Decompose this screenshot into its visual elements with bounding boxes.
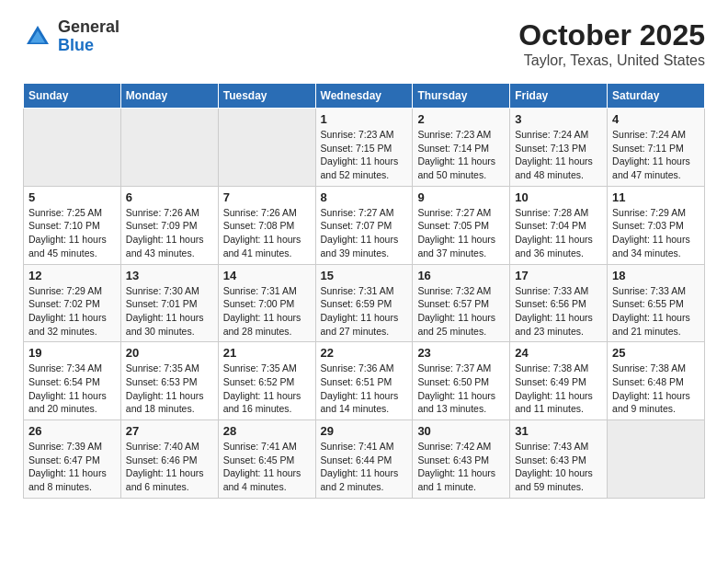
day-info: Sunrise: 7:37 AM Sunset: 6:50 PM Dayligh…	[417, 362, 505, 416]
day-cell: 14Sunrise: 7:31 AM Sunset: 7:00 PM Dayli…	[218, 264, 315, 342]
calendar-header: SundayMondayTuesdayWednesdayThursdayFrid…	[24, 84, 705, 109]
day-info: Sunrise: 7:33 AM Sunset: 6:55 PM Dayligh…	[612, 284, 700, 339]
day-number: 31	[515, 424, 602, 438]
calendar-body: 1Sunrise: 7:23 AM Sunset: 7:15 PM Daylig…	[24, 109, 705, 499]
day-info: Sunrise: 7:36 AM Sunset: 6:51 PM Dayligh…	[321, 362, 408, 416]
day-cell	[608, 420, 705, 499]
day-info: Sunrise: 7:28 AM Sunset: 7:04 PM Dayligh…	[515, 206, 602, 260]
day-info: Sunrise: 7:43 AM Sunset: 6:43 PM Dayligh…	[515, 440, 602, 494]
day-number: 29	[321, 424, 408, 438]
day-cell: 12Sunrise: 7:29 AM Sunset: 7:02 PM Dayli…	[24, 264, 121, 342]
day-number: 6	[126, 190, 213, 204]
day-number: 4	[612, 112, 700, 126]
logo-icon	[23, 22, 52, 52]
day-number: 21	[223, 346, 311, 360]
day-number: 15	[321, 269, 408, 282]
day-info: Sunrise: 7:30 AM Sunset: 7:01 PM Dayligh…	[126, 284, 213, 339]
day-info: Sunrise: 7:41 AM Sunset: 6:45 PM Dayligh…	[223, 440, 311, 494]
day-cell: 30Sunrise: 7:42 AM Sunset: 6:43 PM Dayli…	[413, 420, 510, 499]
day-info: Sunrise: 7:27 AM Sunset: 7:05 PM Dayligh…	[417, 206, 505, 260]
logo-blue-text: Blue	[58, 37, 119, 55]
day-cell: 11Sunrise: 7:29 AM Sunset: 7:03 PM Dayli…	[608, 186, 705, 264]
week-row-5: 26Sunrise: 7:39 AM Sunset: 6:47 PM Dayli…	[24, 420, 705, 499]
day-info: Sunrise: 7:29 AM Sunset: 7:03 PM Dayligh…	[612, 206, 700, 260]
logo-text: General Blue	[58, 18, 119, 55]
day-cell: 8Sunrise: 7:27 AM Sunset: 7:07 PM Daylig…	[315, 186, 413, 264]
day-cell: 6Sunrise: 7:26 AM Sunset: 7:09 PM Daylig…	[120, 186, 218, 264]
day-cell: 16Sunrise: 7:32 AM Sunset: 6:57 PM Dayli…	[413, 264, 510, 342]
day-cell: 21Sunrise: 7:35 AM Sunset: 6:52 PM Dayli…	[218, 342, 315, 420]
day-info: Sunrise: 7:31 AM Sunset: 7:00 PM Dayligh…	[223, 284, 311, 339]
day-cell: 18Sunrise: 7:33 AM Sunset: 6:55 PM Dayli…	[608, 264, 705, 342]
day-number: 7	[223, 190, 311, 204]
day-cell	[24, 109, 121, 187]
day-cell: 5Sunrise: 7:25 AM Sunset: 7:10 PM Daylig…	[24, 186, 121, 264]
day-cell: 4Sunrise: 7:24 AM Sunset: 7:11 PM Daylig…	[608, 109, 705, 187]
day-cell: 22Sunrise: 7:36 AM Sunset: 6:51 PM Dayli…	[315, 342, 413, 420]
logo: General Blue	[23, 18, 119, 55]
day-number: 12	[28, 269, 116, 282]
day-info: Sunrise: 7:35 AM Sunset: 6:53 PM Dayligh…	[126, 362, 213, 416]
day-number: 26	[28, 424, 116, 438]
calendar-subtitle: Taylor, Texas, United States	[518, 52, 705, 69]
day-cell: 27Sunrise: 7:40 AM Sunset: 6:46 PM Dayli…	[120, 420, 218, 499]
header-row: SundayMondayTuesdayWednesdayThursdayFrid…	[24, 84, 705, 109]
day-info: Sunrise: 7:26 AM Sunset: 7:09 PM Dayligh…	[126, 206, 213, 260]
day-cell: 17Sunrise: 7:33 AM Sunset: 6:56 PM Dayli…	[510, 264, 608, 342]
day-number: 25	[612, 346, 700, 360]
day-cell: 25Sunrise: 7:38 AM Sunset: 6:48 PM Dayli…	[608, 342, 705, 420]
day-info: Sunrise: 7:39 AM Sunset: 6:47 PM Dayligh…	[28, 440, 116, 494]
day-cell	[218, 109, 315, 187]
day-cell: 2Sunrise: 7:23 AM Sunset: 7:14 PM Daylig…	[413, 109, 510, 187]
page-header: General Blue October 2025 Taylor, Texas,…	[23, 18, 705, 69]
day-cell: 26Sunrise: 7:39 AM Sunset: 6:47 PM Dayli…	[24, 420, 121, 499]
day-cell: 9Sunrise: 7:27 AM Sunset: 7:05 PM Daylig…	[413, 186, 510, 264]
day-info: Sunrise: 7:25 AM Sunset: 7:10 PM Dayligh…	[28, 206, 116, 260]
day-info: Sunrise: 7:38 AM Sunset: 6:48 PM Dayligh…	[612, 362, 700, 416]
day-number: 18	[612, 269, 700, 282]
day-number: 23	[417, 346, 505, 360]
day-cell: 10Sunrise: 7:28 AM Sunset: 7:04 PM Dayli…	[510, 186, 608, 264]
day-cell	[120, 109, 218, 187]
header-day-wednesday: Wednesday	[315, 84, 413, 109]
day-info: Sunrise: 7:24 AM Sunset: 7:11 PM Dayligh…	[612, 128, 700, 182]
day-number: 27	[126, 424, 213, 438]
week-row-2: 5Sunrise: 7:25 AM Sunset: 7:10 PM Daylig…	[24, 186, 705, 264]
day-cell: 29Sunrise: 7:41 AM Sunset: 6:44 PM Dayli…	[315, 420, 413, 499]
day-info: Sunrise: 7:31 AM Sunset: 6:59 PM Dayligh…	[321, 284, 408, 339]
title-block: October 2025 Taylor, Texas, United State…	[518, 18, 705, 69]
day-info: Sunrise: 7:38 AM Sunset: 6:49 PM Dayligh…	[515, 362, 602, 416]
day-cell: 20Sunrise: 7:35 AM Sunset: 6:53 PM Dayli…	[120, 342, 218, 420]
week-row-1: 1Sunrise: 7:23 AM Sunset: 7:15 PM Daylig…	[24, 109, 705, 187]
header-day-monday: Monday	[120, 84, 218, 109]
day-info: Sunrise: 7:35 AM Sunset: 6:52 PM Dayligh…	[223, 362, 311, 416]
header-day-sunday: Sunday	[24, 84, 121, 109]
day-number: 30	[417, 424, 505, 438]
day-number: 22	[321, 346, 408, 360]
day-info: Sunrise: 7:42 AM Sunset: 6:43 PM Dayligh…	[417, 440, 505, 494]
day-cell: 7Sunrise: 7:26 AM Sunset: 7:08 PM Daylig…	[218, 186, 315, 264]
day-info: Sunrise: 7:26 AM Sunset: 7:08 PM Dayligh…	[223, 206, 311, 260]
day-info: Sunrise: 7:24 AM Sunset: 7:13 PM Dayligh…	[515, 128, 602, 182]
day-info: Sunrise: 7:34 AM Sunset: 6:54 PM Dayligh…	[28, 362, 116, 416]
day-number: 11	[612, 190, 700, 204]
day-number: 3	[515, 112, 602, 126]
day-number: 19	[28, 346, 116, 360]
day-number: 20	[126, 346, 213, 360]
calendar-title: October 2025	[518, 18, 705, 52]
day-number: 13	[126, 269, 213, 282]
header-day-tuesday: Tuesday	[218, 84, 315, 109]
day-number: 1	[321, 112, 408, 126]
week-row-4: 19Sunrise: 7:34 AM Sunset: 6:54 PM Dayli…	[24, 342, 705, 420]
day-info: Sunrise: 7:27 AM Sunset: 7:07 PM Dayligh…	[321, 206, 408, 260]
day-cell: 31Sunrise: 7:43 AM Sunset: 6:43 PM Dayli…	[510, 420, 608, 499]
header-day-thursday: Thursday	[413, 84, 510, 109]
logo-general-text: General	[58, 18, 119, 37]
day-cell: 3Sunrise: 7:24 AM Sunset: 7:13 PM Daylig…	[510, 109, 608, 187]
day-cell: 28Sunrise: 7:41 AM Sunset: 6:45 PM Dayli…	[218, 420, 315, 499]
day-number: 16	[417, 269, 505, 282]
day-number: 14	[223, 269, 311, 282]
day-number: 17	[515, 269, 602, 282]
header-day-friday: Friday	[510, 84, 608, 109]
day-info: Sunrise: 7:23 AM Sunset: 7:15 PM Dayligh…	[321, 128, 408, 182]
